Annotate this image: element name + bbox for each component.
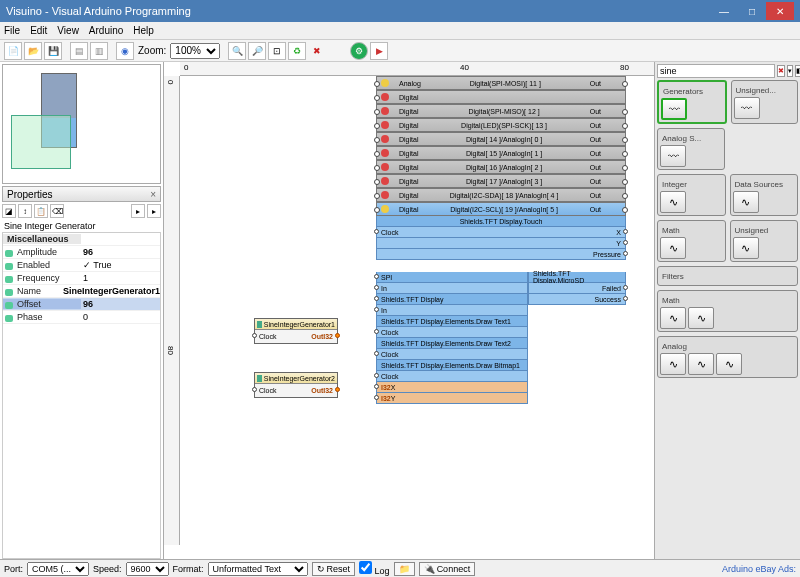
prop-tb-icon[interactable]: ◪ [2, 204, 16, 218]
palette-group-unsigned[interactable]: Unsigned... 〰 [731, 80, 799, 124]
palette-search-input[interactable] [657, 64, 775, 78]
properties-header: Properties × [2, 186, 161, 202]
prop-val-amplitude[interactable]: 96 [81, 247, 160, 257]
palette-group-datasources[interactable]: Data Sources ∿ [730, 174, 799, 216]
palette-group-integer[interactable]: Integer ∿ [657, 174, 726, 216]
digital-icon [381, 135, 389, 143]
prop-expand-icon[interactable]: ▸ [131, 204, 145, 218]
menu-edit[interactable]: Edit [30, 25, 47, 36]
palette-item[interactable]: ∿ [688, 353, 714, 375]
prop-val-phase[interactable]: 0 [81, 312, 160, 322]
log-checkbox[interactable]: Log [359, 561, 390, 576]
prop-tb-icon[interactable]: ↕ [18, 204, 32, 218]
palette-item[interactable]: ∿ [660, 307, 686, 329]
prop-val-offset[interactable]: 96 [81, 299, 160, 309]
property-grid[interactable]: Miscellaneous Amplitude96 Enabled✓ True … [2, 232, 161, 559]
search-opt-icon[interactable]: ▾ [787, 65, 793, 77]
format-select[interactable]: Unformatted Text [208, 562, 308, 576]
palette-group-math[interactable]: Math ∿ [657, 220, 726, 262]
palette-item[interactable]: ∿ [660, 353, 686, 375]
palette-item[interactable]: ∿ [716, 353, 742, 375]
wheel-icon[interactable]: ⚙ [350, 42, 368, 60]
digital-icon [381, 205, 389, 213]
palette-item[interactable]: ∿ [688, 307, 714, 329]
prop-tb-icon[interactable]: 📋 [34, 204, 48, 218]
reset-button[interactable]: ↻Reset [312, 562, 356, 576]
menu-file[interactable]: File [4, 25, 20, 36]
palette-title: Filters [660, 269, 795, 283]
palette-title: Integer [660, 177, 723, 191]
palette-item[interactable]: 〰 [734, 97, 760, 119]
minimize-button[interactable]: — [710, 2, 738, 20]
palette-item[interactable]: ∿ [660, 191, 686, 213]
in-label: In [381, 285, 523, 292]
palette-item-integer-sine[interactable]: 〰 [661, 98, 687, 120]
prop-group[interactable]: Miscellaneous [3, 234, 81, 244]
search-clear-icon[interactable]: ✖ [777, 65, 785, 77]
palette-item[interactable]: 〰 [660, 145, 686, 167]
zoomout-icon[interactable]: 🔎 [248, 42, 266, 60]
new-icon[interactable]: 📄 [4, 42, 22, 60]
palette-group-analog[interactable]: Analog S... 〰 [657, 128, 725, 170]
gen1-title: SineIntegerGenerator1 [264, 321, 335, 328]
zoomin-icon[interactable]: 🔍 [228, 42, 246, 60]
ruler-tick: 80 [166, 346, 175, 355]
success-label: Success [595, 296, 621, 303]
palette-group-analog2[interactable]: Analog ∿∿∿ [657, 336, 798, 378]
menu-arduino[interactable]: Arduino [89, 25, 123, 36]
zoomfit-icon[interactable]: ⊡ [268, 42, 286, 60]
preview-pane[interactable] [2, 64, 161, 184]
palette-group-filters[interactable]: Filters [657, 266, 798, 286]
prop-key-frequency[interactable]: Frequency [3, 273, 81, 283]
shield-split-node[interactable]: SPI In Shields.TFT Display In Shields.TF… [376, 272, 626, 404]
port-select[interactable]: COM5 (... [27, 562, 89, 576]
prop-key-name[interactable]: Name [3, 286, 61, 296]
refresh-icon[interactable]: ♻ [288, 42, 306, 60]
connect-button[interactable]: 🔌Connect [419, 562, 476, 576]
properties-toolbar: ◪ ↕ 📋 ⌫ ▸ ▸ [0, 202, 163, 220]
pin-label: Digital[ 16 ]/AnalogIn[ 2 ] [418, 164, 589, 171]
palette-group-math2[interactable]: Math ∿∿ [657, 290, 798, 332]
prop-val-enabled[interactable]: ✓ True [81, 260, 160, 270]
ads-link[interactable]: Arduino eBay Ads: [722, 564, 796, 574]
panel1-icon[interactable]: ▤ [70, 42, 88, 60]
speed-select[interactable]: 9600 [126, 562, 169, 576]
search-opt-icon[interactable]: ◧ [795, 65, 800, 77]
menu-help[interactable]: Help [133, 25, 154, 36]
clock-label: Clock [259, 387, 277, 394]
palette-item[interactable]: ∿ [733, 191, 759, 213]
prop-key-offset[interactable]: Offset [3, 299, 81, 309]
save-icon[interactable]: 💾 [44, 42, 62, 60]
properties-close-icon[interactable]: × [150, 189, 156, 200]
palette-group-generators[interactable]: Generators 〰 [657, 80, 727, 124]
zoom-select[interactable]: 100% [170, 43, 220, 59]
panel2-icon[interactable]: ▥ [90, 42, 108, 60]
nav-icon[interactable]: ◉ [116, 42, 134, 60]
arduino-board-node[interactable]: AnalogDigital(SPI-MOSI)[ 11 ]Out Digital… [376, 76, 626, 260]
sine-generator-2[interactable]: SineIntegerGenerator2 ClockOutI32 [254, 372, 338, 398]
sine-generator-1[interactable]: SineIntegerGenerator1 ClockOutI32 [254, 318, 338, 344]
pin-label: Digital(I2C-SCL)[ 19 ]/AnalogIn[ 5 ] [418, 206, 589, 213]
pin-out: Out [590, 80, 611, 87]
palette-item[interactable]: ∿ [660, 237, 686, 259]
prop-key-amplitude[interactable]: Amplitude [3, 247, 81, 257]
preview-viewport[interactable] [11, 115, 71, 169]
reset-icon: ↻ [317, 564, 325, 574]
palette-item[interactable]: ∿ [733, 237, 759, 259]
menu-view[interactable]: View [57, 25, 79, 36]
prop-val-frequency[interactable]: 1 [81, 273, 160, 283]
prop-expand-icon[interactable]: ▸ [147, 204, 161, 218]
spi-label: SPI [381, 274, 523, 281]
prop-key-enabled[interactable]: Enabled [3, 260, 81, 270]
open-icon[interactable]: 📂 [24, 42, 42, 60]
prop-val-name[interactable]: SineIntegerGenerator1 [61, 286, 160, 296]
palette-group-unsigned2[interactable]: Unsigned ∿ [730, 220, 799, 262]
browse-button[interactable]: 📁 [394, 562, 415, 576]
design-canvas[interactable]: AnalogDigital(SPI-MOSI)[ 11 ]Out Digital… [180, 76, 654, 545]
close-button[interactable]: ✕ [766, 2, 794, 20]
prop-tb-icon[interactable]: ⌫ [50, 204, 64, 218]
upload-icon[interactable]: ▶ [370, 42, 388, 60]
maximize-button[interactable]: □ [738, 2, 766, 20]
prop-key-phase[interactable]: Phase [3, 312, 81, 322]
delete-icon[interactable]: ✖ [308, 42, 326, 60]
